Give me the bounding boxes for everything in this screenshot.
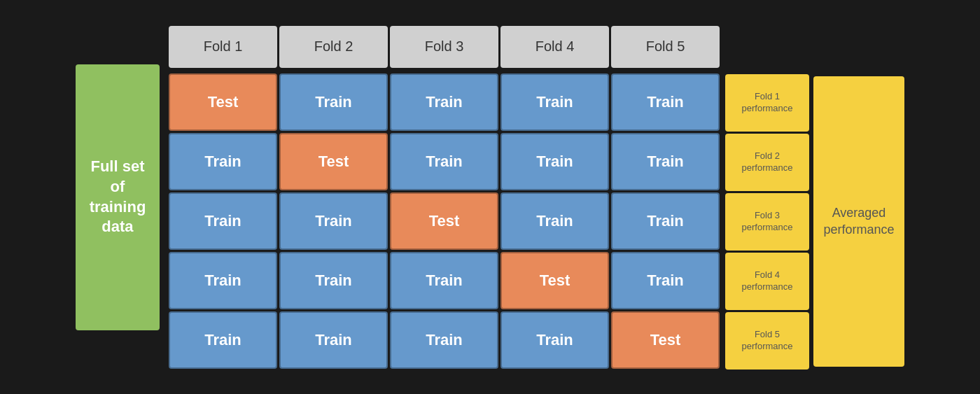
table-row: Train Train Train Train Test bbox=[169, 311, 720, 369]
table-row: Train Train Test Train Train bbox=[169, 192, 720, 250]
cv-diagram: Full setoftrainingdata Fold 1 Fold 2 Fol… bbox=[76, 25, 904, 370]
cell-r1c2: Train bbox=[279, 73, 388, 131]
cell-r3c5: Train bbox=[611, 192, 720, 250]
cell-r4c3: Train bbox=[390, 252, 498, 309]
full-set-label: Full setoftrainingdata bbox=[76, 64, 160, 330]
cell-r3c1: Train bbox=[169, 192, 277, 250]
fold-header-4: Fold 4 bbox=[500, 26, 609, 68]
fold5-performance: Fold 5performance bbox=[725, 312, 809, 370]
cell-r3c3: Test bbox=[390, 192, 498, 250]
fold-header-5: Fold 5 bbox=[611, 26, 720, 68]
cell-r5c1: Train bbox=[169, 311, 277, 369]
fold2-performance: Fold 2performance bbox=[725, 134, 809, 191]
cell-r4c4: Test bbox=[500, 252, 609, 309]
table-row: Train Train Train Test Train bbox=[169, 252, 720, 309]
fold-header-2: Fold 2 bbox=[279, 26, 388, 68]
fold-header-1: Fold 1 bbox=[169, 26, 277, 68]
averaged-performance-label: Averagedperformance bbox=[813, 76, 904, 367]
fold1-performance: Fold 1performance bbox=[725, 74, 809, 132]
fold-header-3: Fold 3 bbox=[390, 26, 498, 68]
cell-r2c3: Train bbox=[390, 133, 498, 190]
cell-r3c2: Train bbox=[279, 192, 388, 250]
performance-area: Fold 1performance Fold 2performance Fold… bbox=[720, 74, 809, 370]
cell-r3c4: Train bbox=[500, 192, 609, 250]
data-rows: Test Train Train Train Train Train Test … bbox=[167, 73, 720, 369]
cell-r4c5: Train bbox=[611, 252, 720, 309]
cell-r2c1: Train bbox=[169, 133, 277, 190]
header-row: Fold 1 Fold 2 Fold 3 Fold 4 Fold 5 bbox=[167, 26, 720, 68]
grid-area: Fold 1 Fold 2 Fold 3 Fold 4 Fold 5 Test … bbox=[167, 26, 720, 369]
fold4-performance: Fold 4performance bbox=[725, 253, 809, 310]
cell-r5c3: Train bbox=[390, 311, 498, 369]
cell-r5c2: Train bbox=[279, 311, 388, 369]
cell-r2c5: Train bbox=[611, 133, 720, 190]
table-row: Train Test Train Train Train bbox=[169, 133, 720, 190]
cell-r1c3: Train bbox=[390, 73, 498, 131]
table-row: Test Train Train Train Train bbox=[169, 73, 720, 131]
fold3-performance: Fold 3performance bbox=[725, 193, 809, 251]
averaged-area: Averagedperformance bbox=[813, 76, 904, 367]
cell-r5c5: Test bbox=[611, 311, 720, 369]
cell-r1c5: Train bbox=[611, 73, 720, 131]
cell-r1c1: Test bbox=[169, 73, 277, 131]
cell-r2c2: Test bbox=[279, 133, 388, 190]
cell-r1c4: Train bbox=[500, 73, 609, 131]
cell-r4c2: Train bbox=[279, 252, 388, 309]
cell-r5c4: Train bbox=[500, 311, 609, 369]
cell-r4c1: Train bbox=[169, 252, 277, 309]
cell-r2c4: Train bbox=[500, 133, 609, 190]
